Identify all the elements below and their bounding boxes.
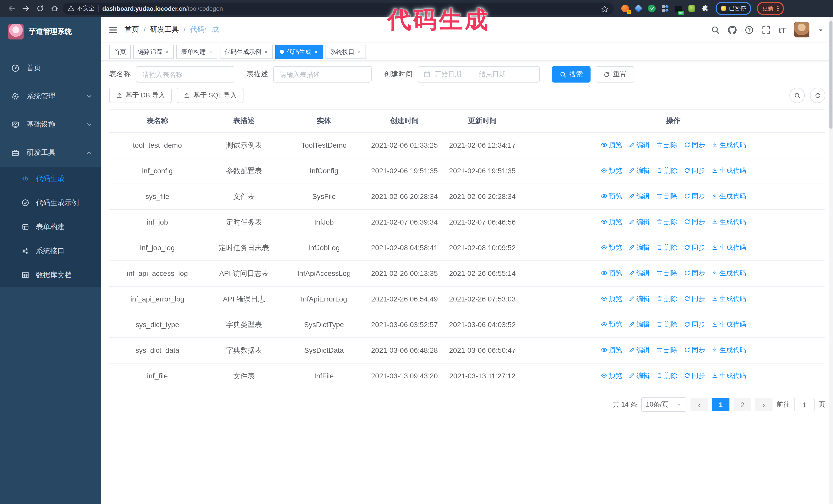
- refresh-table-button[interactable]: [810, 88, 825, 103]
- preview-link[interactable]: 预览: [600, 344, 622, 355]
- sync-link[interactable]: 同步: [684, 140, 705, 150]
- edit-link[interactable]: 编辑: [628, 140, 650, 150]
- tab-tracing[interactable]: 链路追踪×: [133, 45, 174, 59]
- browser-back-button[interactable]: [5, 2, 18, 15]
- breadcrumb-home[interactable]: 首页: [124, 25, 139, 34]
- help-icon[interactable]: [745, 25, 754, 34]
- tab-home[interactable]: 首页: [109, 45, 131, 59]
- close-icon[interactable]: ×: [165, 49, 169, 55]
- preview-link[interactable]: 预览: [600, 370, 622, 381]
- preview-link[interactable]: 预览: [600, 319, 622, 330]
- sync-link[interactable]: 同步: [684, 344, 705, 355]
- sidebar-item-dev-tools[interactable]: 研发工具: [0, 139, 101, 167]
- goto-page-input[interactable]: [794, 398, 814, 411]
- preview-link[interactable]: 预览: [600, 140, 622, 150]
- create-time-range-picker[interactable]: 开始日期 - 结束日期: [418, 66, 540, 82]
- preview-link[interactable]: 预览: [600, 165, 622, 176]
- github-icon[interactable]: [728, 25, 737, 34]
- extension-icon-1[interactable]: 1: [621, 4, 629, 13]
- preview-link[interactable]: 预览: [600, 191, 622, 201]
- delete-link[interactable]: 删除: [656, 319, 677, 330]
- edit-link[interactable]: 编辑: [628, 191, 650, 201]
- sync-link[interactable]: 同步: [684, 293, 705, 304]
- app-logo-row[interactable]: 芋道管理系统: [0, 17, 101, 47]
- delete-link[interactable]: 删除: [656, 216, 677, 227]
- sidebar-item-home[interactable]: 首页: [0, 54, 101, 82]
- bookmark-star-icon[interactable]: [601, 4, 609, 13]
- preview-link[interactable]: 预览: [600, 268, 622, 279]
- sync-link[interactable]: 同步: [684, 191, 705, 201]
- edit-link[interactable]: 编辑: [628, 165, 650, 176]
- tab-form-builder[interactable]: 表单构建×: [176, 45, 217, 59]
- sidebar-item-db-docs[interactable]: 数据库文档: [0, 263, 101, 287]
- generate-code-link[interactable]: 生成代码: [711, 191, 746, 201]
- close-icon[interactable]: ×: [357, 49, 362, 55]
- sync-link[interactable]: 同步: [684, 370, 705, 381]
- user-menu-caret-icon[interactable]: [818, 25, 824, 34]
- page-button-1[interactable]: 1: [712, 398, 730, 411]
- edit-link[interactable]: 编辑: [628, 216, 650, 227]
- browser-home-button[interactable]: [48, 2, 61, 15]
- sync-link[interactable]: 同步: [684, 319, 705, 330]
- generate-code-link[interactable]: 生成代码: [711, 242, 746, 253]
- delete-link[interactable]: 删除: [656, 165, 677, 176]
- generate-code-link[interactable]: 生成代码: [711, 293, 746, 304]
- generate-code-link[interactable]: 生成代码: [711, 165, 746, 176]
- address-bar[interactable]: 不安全 dashboard.yudao.iocoder.cn/tool/code…: [63, 2, 614, 15]
- tab-code-generation[interactable]: 代码生成×: [276, 45, 323, 59]
- sync-link[interactable]: 同步: [684, 242, 705, 253]
- browser-update-button[interactable]: 更新: [757, 2, 784, 15]
- table-name-input[interactable]: [136, 66, 234, 82]
- import-from-sql-button[interactable]: 基于 SQL 导入: [177, 88, 244, 103]
- delete-link[interactable]: 删除: [656, 268, 677, 279]
- browser-menu-icon[interactable]: [777, 6, 779, 11]
- generate-code-link[interactable]: 生成代码: [711, 319, 746, 330]
- scrollbar-thumb[interactable]: [829, 21, 832, 129]
- page-scrollbar[interactable]: [829, 17, 833, 504]
- generate-code-link[interactable]: 生成代码: [711, 344, 746, 355]
- close-icon[interactable]: ×: [264, 49, 268, 55]
- generate-code-link[interactable]: 生成代码: [711, 140, 746, 150]
- sidebar-item-code-generation[interactable]: 代码生成: [0, 167, 101, 191]
- toggle-search-button[interactable]: [789, 88, 805, 103]
- font-size-icon[interactable]: tT: [779, 25, 786, 34]
- browser-forward-button[interactable]: [20, 2, 32, 15]
- sidebar-item-infrastructure[interactable]: 基础设施: [0, 110, 101, 139]
- extension-icon-3[interactable]: [647, 4, 656, 13]
- sync-link[interactable]: 同步: [684, 268, 705, 279]
- sidebar-item-system-api[interactable]: 系统接口: [0, 239, 101, 263]
- profile-paused-badge[interactable]: 已暂停: [716, 2, 751, 15]
- edit-link[interactable]: 编辑: [628, 242, 650, 253]
- table-desc-input[interactable]: [273, 66, 372, 82]
- preview-link[interactable]: 预览: [600, 293, 622, 304]
- prev-page-button[interactable]: ‹: [690, 398, 708, 411]
- extension-icon-2[interactable]: [634, 4, 643, 13]
- generate-code-link[interactable]: 生成代码: [711, 216, 746, 227]
- edit-link[interactable]: 编辑: [628, 293, 650, 304]
- import-from-db-button[interactable]: 基于 DB 导入: [109, 88, 172, 103]
- delete-link[interactable]: 删除: [656, 140, 677, 150]
- delete-link[interactable]: 删除: [656, 191, 677, 201]
- fullscreen-icon[interactable]: [762, 25, 770, 34]
- header-search-icon[interactable]: [711, 25, 720, 34]
- sync-link[interactable]: 同步: [684, 165, 705, 176]
- sidebar-item-codegen-example[interactable]: 代码生成示例: [0, 191, 101, 215]
- edit-link[interactable]: 编辑: [628, 344, 650, 355]
- edit-link[interactable]: 编辑: [628, 370, 650, 381]
- preview-link[interactable]: 预览: [600, 242, 622, 253]
- extension-icon-6[interactable]: [687, 4, 696, 13]
- edit-link[interactable]: 编辑: [628, 319, 650, 330]
- tab-codegen-example[interactable]: 代码生成示例×: [220, 45, 273, 59]
- extension-icon-4[interactable]: [661, 4, 669, 13]
- delete-link[interactable]: 删除: [656, 370, 677, 381]
- tab-system-api[interactable]: 系统接口×: [326, 45, 366, 59]
- generate-code-link[interactable]: 生成代码: [711, 370, 746, 381]
- breadcrumb-dev-tools[interactable]: 研发工具: [150, 25, 179, 34]
- delete-link[interactable]: 删除: [656, 242, 677, 253]
- edit-link[interactable]: 编辑: [628, 268, 650, 279]
- sidebar-item-form-builder[interactable]: 表单构建: [0, 215, 101, 239]
- close-icon[interactable]: ×: [208, 49, 213, 55]
- delete-link[interactable]: 删除: [656, 293, 677, 304]
- sidebar-item-system-management[interactable]: 系统管理: [0, 82, 101, 110]
- security-indicator[interactable]: 不安全: [68, 5, 95, 12]
